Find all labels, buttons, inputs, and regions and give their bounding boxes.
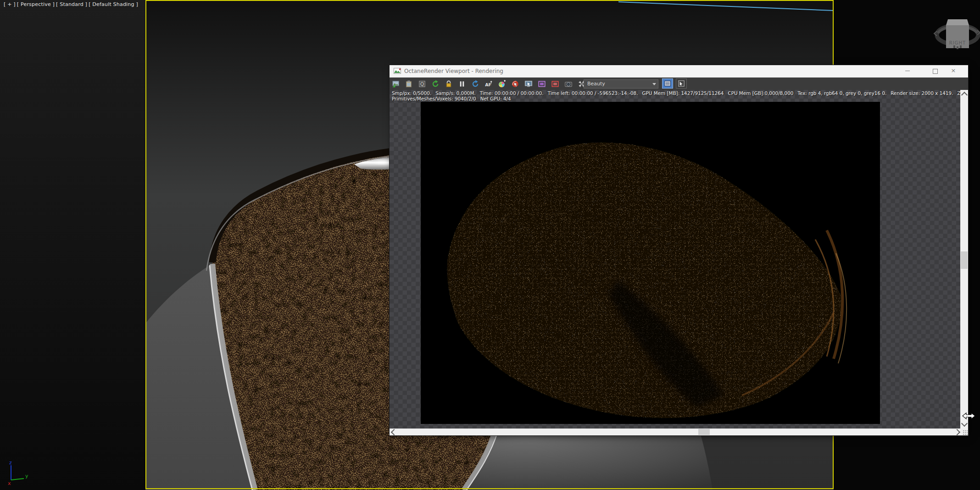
- minimize-button[interactable]: [900, 65, 915, 77]
- viewcube-top-face[interactable]: [946, 19, 969, 25]
- axis-y-label: y: [25, 473, 28, 479]
- horizontal-scroll-thumb[interactable]: [698, 429, 710, 435]
- axis-z-label: z: [9, 460, 12, 466]
- render-toolbar: Q AF: [390, 78, 968, 90]
- status-field: Time: 00:00:00 / 00:00:00.: [480, 90, 544, 96]
- render-status-line2: Primitives/Meshes/Voxels: 9040/2/0Net GP…: [392, 96, 515, 101]
- resize-corner[interactable]: [960, 429, 968, 435]
- lock-icon[interactable]: [444, 78, 455, 89]
- svg-text:AF: AF: [485, 82, 491, 87]
- status-field: Time left: 00:00:00 / -596523:-14:-08.: [548, 90, 638, 96]
- region-pick-red-icon[interactable]: [510, 78, 521, 89]
- viewport-menu-standard[interactable]: [ Standard ]: [56, 1, 87, 7]
- horizontal-scrollbar[interactable]: [390, 429, 960, 435]
- camera-icon[interactable]: [563, 78, 574, 89]
- scroll-up-icon[interactable]: [961, 92, 968, 98]
- status-field: Render size: 2000 x 1419.: [891, 90, 953, 96]
- magnifier-q-icon[interactable]: Q: [417, 78, 428, 89]
- render-pass-dropdown[interactable]: Beauty: [584, 79, 658, 89]
- status-field: Tex: rgb 4, rgb64 0, grey 0, grey16 0.: [797, 90, 886, 96]
- scroll-down-icon[interactable]: [961, 420, 968, 427]
- viewport-menu-shading[interactable]: [ Default Shading ]: [89, 1, 138, 7]
- app-icon: [394, 67, 401, 75]
- render-status-line1: Smp/px: 0/5000.Samp/s: 0,000M.Time: 00:0…: [392, 90, 960, 96]
- autofocus-icon[interactable]: AF: [484, 78, 495, 89]
- desktop: RIGHT z y x [ + ][ Perspective ][ Standa…: [0, 0, 980, 490]
- render-result-image: [421, 102, 880, 424]
- restart-render-icon[interactable]: [430, 78, 441, 89]
- window-titlebar[interactable]: OctaneRender Viewport - Rendering ×: [390, 65, 968, 78]
- vertical-scroll-thumb[interactable]: [961, 251, 968, 269]
- axis-x-label: x: [8, 480, 11, 486]
- octane-render-window: OctaneRender Viewport - Rendering × Q: [390, 65, 968, 435]
- viewport-label: [ + ][ Perspective ][ Standard ][ Defaul…: [4, 1, 139, 7]
- status-field: CPU Mem [GB]:0,000/8,000: [728, 90, 793, 96]
- frame-purple-icon[interactable]: [537, 78, 548, 89]
- svg-text:Q: Q: [420, 81, 424, 86]
- frame-red-icon[interactable]: [550, 78, 561, 89]
- metal-rod-highlight: [375, 160, 390, 164]
- color-wheel-icon[interactable]: [497, 78, 508, 89]
- chevron-down-icon: [652, 83, 656, 85]
- status-field: Net GPU: 4/4: [480, 96, 511, 101]
- viewport-menu-general[interactable]: [ + ]: [4, 1, 16, 7]
- refresh-blue-icon[interactable]: [470, 78, 481, 89]
- pause-icon[interactable]: [457, 78, 468, 89]
- render-pass-value: Beauty: [587, 80, 605, 88]
- viewport-margin-left: [0, 0, 145, 490]
- bowl-wall-right[interactable]: [462, 431, 713, 490]
- save-image-icon[interactable]: [390, 78, 401, 89]
- scroll-left-icon[interactable]: [391, 429, 397, 435]
- window-title: OctaneRender Viewport - Rendering: [404, 68, 503, 74]
- viewcube-face-label: RIGHT: [949, 40, 966, 45]
- viewport-menu-pov[interactable]: [ Perspective ]: [17, 1, 55, 7]
- vertical-scrollbar[interactable]: [960, 90, 968, 429]
- pick-arrow-icon[interactable]: [676, 78, 687, 89]
- film-strip-toggle-icon[interactable]: [662, 78, 673, 89]
- status-field: Primitives/Meshes/Voxels: 9040/2/0: [392, 96, 476, 101]
- status-field: Samp/s: 0,000M.: [435, 90, 475, 96]
- monitor-icon[interactable]: [523, 78, 535, 89]
- status-field: GPU Mem [MB]: 1427/9125/11264: [642, 90, 724, 96]
- scroll-right-icon[interactable]: [954, 429, 960, 435]
- clipboard-copy-icon[interactable]: [404, 78, 415, 89]
- close-icon[interactable]: ×: [946, 65, 961, 77]
- resize-grip-icon: [963, 430, 968, 435]
- status-field: Smp/px: 0/5000.: [392, 90, 431, 96]
- status-field: Zoom: 50%.: [958, 90, 960, 96]
- maximize-button[interactable]: [927, 65, 943, 77]
- render-canvas[interactable]: Smp/px: 0/5000.Samp/s: 0,000M.Time: 00:0…: [390, 90, 960, 429]
